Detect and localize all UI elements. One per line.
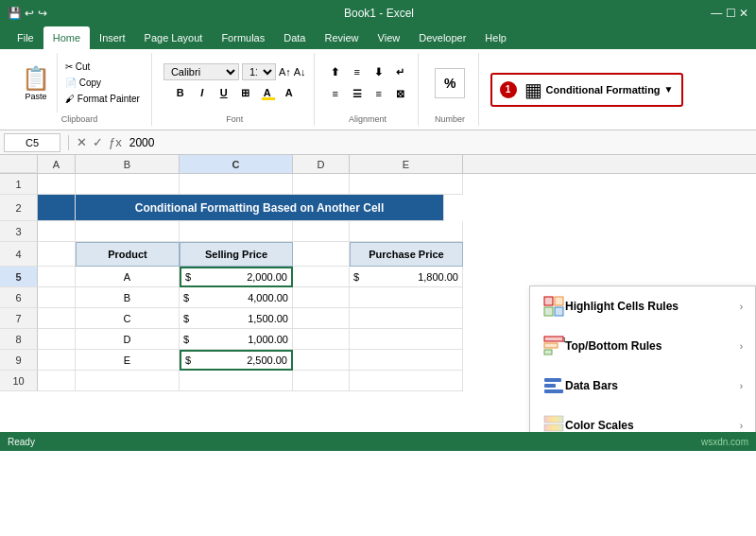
cell-c5[interactable]: $ 2,000.00 xyxy=(180,267,293,287)
tab-insert[interactable]: Insert xyxy=(90,26,135,49)
bold-button[interactable]: B xyxy=(171,83,190,102)
cell-e5[interactable]: $ 1,800.00 xyxy=(350,267,463,287)
merge-center-button[interactable]: ⊠ xyxy=(391,84,410,103)
font-color-button[interactable]: A xyxy=(280,83,299,102)
cell-d6[interactable] xyxy=(293,287,350,308)
cell-b3[interactable] xyxy=(76,221,180,242)
tab-help[interactable]: Help xyxy=(475,26,516,49)
cell-a4[interactable] xyxy=(38,242,76,267)
cell-c3[interactable] xyxy=(180,221,293,242)
align-center-button[interactable]: ☰ xyxy=(348,84,367,103)
tab-view[interactable]: View xyxy=(369,26,410,49)
cancel-formula-icon[interactable]: ✕ xyxy=(77,135,87,149)
svg-rect-3 xyxy=(555,307,563,316)
cf-label: Conditional Formatting xyxy=(546,84,661,95)
col-header-a: A xyxy=(38,155,76,173)
font-size-inc[interactable]: A↑ xyxy=(279,66,291,78)
fill-color-button[interactable]: A xyxy=(258,83,277,102)
cell-a10[interactable] xyxy=(38,371,76,391)
font-size-select[interactable]: 11 xyxy=(242,63,276,80)
tab-data[interactable]: Data xyxy=(274,26,315,49)
font-size-dec[interactable]: A↓ xyxy=(294,66,306,78)
databars-arrow: › xyxy=(740,381,743,391)
borders-button[interactable]: ⊞ xyxy=(236,83,255,102)
align-top-button[interactable]: ⬆ xyxy=(326,62,345,81)
cell-c8[interactable]: $ 1,000.00 xyxy=(180,329,293,350)
cell-d5[interactable] xyxy=(293,267,350,287)
cell-e8[interactable] xyxy=(350,329,463,350)
menu-item-databars[interactable]: Data Bars › xyxy=(530,366,755,406)
cell-a6[interactable] xyxy=(38,287,76,308)
align-middle-button[interactable]: ≡ xyxy=(348,62,367,81)
cell-e4-header[interactable]: Purchase Price xyxy=(350,242,463,267)
cell-d4[interactable] xyxy=(293,242,350,267)
cell-c6[interactable]: $ 4,000.00 xyxy=(180,287,293,308)
cell-e3[interactable] xyxy=(350,221,463,242)
cell-b10[interactable] xyxy=(76,371,180,391)
conditional-formatting-button[interactable]: 1 ▦ Conditional Formatting ▼ xyxy=(490,73,683,107)
confirm-formula-icon[interactable]: ✓ xyxy=(93,135,103,149)
underline-button[interactable]: U xyxy=(215,83,233,102)
menu-item-colorscales[interactable]: Color Scales › xyxy=(530,406,755,432)
cell-d7[interactable] xyxy=(293,308,350,329)
cell-e6[interactable] xyxy=(350,287,463,308)
cell-e10[interactable] xyxy=(350,371,463,391)
cell-c9[interactable]: $ 2,500.00 xyxy=(180,350,293,371)
copy-button[interactable]: 📄 Copy xyxy=(61,76,144,90)
clipboard-group: 📋 Paste ✂ Cut 📄 Copy 🖌 Format Painter Cl… xyxy=(8,53,152,126)
cell-a7[interactable] xyxy=(38,308,76,329)
font-label: Font xyxy=(156,114,314,124)
cell-c7[interactable]: $ 1,500.00 xyxy=(180,308,293,329)
cell-e7[interactable] xyxy=(350,308,463,329)
menu-item-topbottom[interactable]: 10 Top/Bottom Rules › xyxy=(530,326,755,366)
cell-d10[interactable] xyxy=(293,371,350,391)
cell-a3[interactable] xyxy=(38,221,76,242)
cell-d1[interactable] xyxy=(293,174,350,195)
menu-item-highlight[interactable]: Highlight Cells Rules › xyxy=(530,286,755,326)
cell-b6[interactable]: B xyxy=(76,287,180,308)
font-name-select[interactable]: Calibri xyxy=(163,63,239,80)
cell-a2[interactable] xyxy=(38,195,76,221)
cell-d3[interactable] xyxy=(293,221,350,242)
tab-file[interactable]: File xyxy=(8,26,43,49)
svg-rect-4 xyxy=(544,337,563,341)
tab-formulas[interactable]: Formulas xyxy=(212,26,274,49)
cut-button[interactable]: ✂ Cut xyxy=(61,60,144,74)
cell-e1[interactable] xyxy=(350,174,463,195)
cell-e9[interactable] xyxy=(350,350,463,371)
tab-developer[interactable]: Developer xyxy=(409,26,475,49)
paste-button[interactable]: 📋 Paste xyxy=(15,53,57,112)
cell-b5[interactable]: A xyxy=(76,267,180,287)
tab-pagelayout[interactable]: Page Layout xyxy=(135,26,213,49)
cell-c10[interactable] xyxy=(180,371,293,391)
cell-c4-header[interactable]: Selling Price xyxy=(180,242,293,267)
row-num-9: 9 xyxy=(0,350,38,371)
tab-home[interactable]: Home xyxy=(43,26,90,49)
cell-a5[interactable] xyxy=(38,267,76,287)
col-header-c: C xyxy=(180,155,293,173)
cell-b8[interactable]: D xyxy=(76,329,180,350)
tab-review[interactable]: Review xyxy=(315,26,368,49)
cell-b1[interactable] xyxy=(76,174,180,195)
table-row: 3 xyxy=(0,221,756,242)
align-bottom-button[interactable]: ⬇ xyxy=(369,62,388,81)
cell-a1[interactable] xyxy=(38,174,76,195)
formula-input[interactable] xyxy=(126,136,752,149)
cell-c1[interactable] xyxy=(180,174,293,195)
wrap-text-button[interactable]: ↵ xyxy=(391,62,410,81)
cell-d8[interactable] xyxy=(293,329,350,350)
percent-button[interactable]: % xyxy=(435,68,465,98)
cell-b7[interactable]: C xyxy=(76,308,180,329)
cell-b9[interactable]: E xyxy=(76,350,180,371)
align-right-button[interactable]: ≡ xyxy=(369,84,388,103)
svg-rect-9 xyxy=(544,384,556,388)
italic-button[interactable]: I xyxy=(193,83,212,102)
align-left-button[interactable]: ≡ xyxy=(326,84,345,103)
cell-b4-header[interactable]: Product xyxy=(76,242,180,267)
cell-a9[interactable] xyxy=(38,350,76,371)
cell-a8[interactable] xyxy=(38,329,76,350)
cell-d9[interactable] xyxy=(293,350,350,371)
cell-reference[interactable]: C5 xyxy=(4,133,60,152)
format-painter-button[interactable]: 🖌 Format Painter xyxy=(61,92,144,106)
insert-function-icon[interactable]: ƒx xyxy=(109,135,122,149)
